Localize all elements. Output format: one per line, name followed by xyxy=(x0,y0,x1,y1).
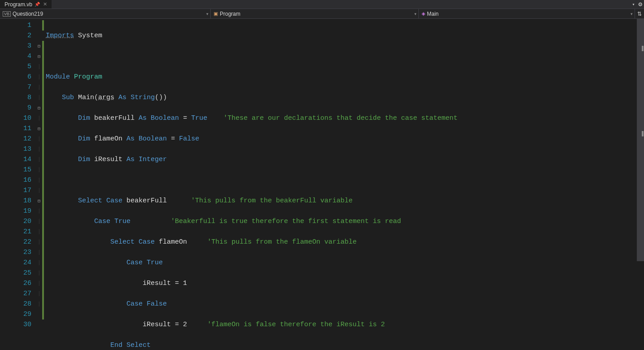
method-dropdown[interactable]: ◈ Main ▾ xyxy=(419,9,635,18)
code-line: Case True xyxy=(44,258,644,268)
tab-bar-right: ▾ ⚙ xyxy=(632,0,642,8)
line-number: 7 xyxy=(0,82,31,92)
line-number: 1 xyxy=(0,20,31,31)
code-line xyxy=(44,175,644,185)
line-number: 6 xyxy=(0,72,31,82)
fold-toggle[interactable]: ⊟ xyxy=(36,41,42,51)
code-line: Sub Main(args As String()) xyxy=(44,92,644,103)
code-line: Select Case beakerFull 'This pulls from … xyxy=(44,196,644,206)
line-number: 3 xyxy=(0,41,31,51)
split-editor-icon[interactable]: ⇅ xyxy=(635,9,644,18)
line-number: 16 xyxy=(0,175,31,185)
line-number: 30 xyxy=(0,319,31,330)
line-number: 25 xyxy=(0,268,31,278)
class-name: Program xyxy=(220,11,240,17)
method-icon: ◈ xyxy=(422,11,425,17)
line-number: 24 xyxy=(0,258,31,268)
code-line: Imports System xyxy=(44,31,644,41)
vb-badge-icon: VB xyxy=(3,11,11,17)
fold-toggle[interactable]: ⊟ xyxy=(36,196,42,206)
line-number-gutter: 1 2 3 4 5 6 7 8 9 10 11 12 13 14 15 16 1… xyxy=(0,19,36,350)
line-number: 26 xyxy=(0,278,31,289)
line-number: 9 xyxy=(0,103,31,113)
line-number: 22 xyxy=(0,237,31,247)
code-line: Case False xyxy=(44,299,644,309)
line-number: 29 xyxy=(0,309,31,319)
class-dropdown[interactable]: ▣ Program ▾ xyxy=(211,9,419,18)
chevron-down-icon: ▾ xyxy=(631,12,633,16)
line-number: 21 xyxy=(0,227,31,237)
line-number: 12 xyxy=(0,134,31,144)
line-number: 18 xyxy=(0,196,31,206)
line-number: 13 xyxy=(0,144,31,154)
project-dropdown[interactable]: VB Question219 ▾ xyxy=(0,9,211,18)
line-number: 4 xyxy=(0,51,31,61)
code-line: Dim iResult As Integer xyxy=(44,154,644,165)
fold-toggle[interactable]: ⊟ xyxy=(36,123,42,134)
scrollbar-thumb[interactable] xyxy=(637,19,644,261)
line-number: 8 xyxy=(0,92,31,103)
code-line: Case True 'Beakerfull is true therefore … xyxy=(44,216,644,227)
fold-gutter: ⊟ ⊟ │ │ │ │ ⊟ │ ⊟ │ │ │ │ │ │ ⊟ │ │ │ │ … xyxy=(36,19,42,350)
line-number: 15 xyxy=(0,165,31,175)
code-line: iResult = 2 'flameOn is false therefore … xyxy=(44,319,644,330)
fold-toggle[interactable]: ⊟ xyxy=(36,103,42,113)
code-line: End Select xyxy=(44,340,644,350)
chevron-down-icon: ▾ xyxy=(206,12,209,16)
code-content[interactable]: Imports System Module Program Sub Main(a… xyxy=(44,19,644,350)
code-line: Module Program xyxy=(44,72,644,82)
editor[interactable]: 1 2 3 4 5 6 7 8 9 10 11 12 13 14 15 16 1… xyxy=(0,19,644,350)
line-number: 5 xyxy=(0,61,31,72)
scroll-marker xyxy=(642,131,644,136)
line-number: 23 xyxy=(0,247,31,258)
code-line: iResult = 1 xyxy=(44,278,644,289)
file-tab[interactable]: Program.vb 📌 ✕ xyxy=(0,0,52,9)
code-line xyxy=(44,51,644,61)
vertical-scrollbar[interactable] xyxy=(637,19,644,350)
tab-filename: Program.vb xyxy=(4,1,32,8)
scroll-marker xyxy=(642,46,644,51)
close-icon[interactable]: ✕ xyxy=(43,1,47,7)
method-name: Main xyxy=(427,11,439,17)
line-number: 14 xyxy=(0,154,31,165)
dropdown-icon[interactable]: ▾ xyxy=(632,2,635,7)
line-number: 20 xyxy=(0,216,31,227)
code-line: Select Case flameOn 'This pulls from the… xyxy=(44,237,644,247)
class-icon: ▣ xyxy=(213,11,218,17)
gear-icon[interactable]: ⚙ xyxy=(639,0,642,8)
line-number: 11 xyxy=(0,123,31,134)
line-number: 27 xyxy=(0,289,31,299)
code-line: Dim flameOn As Boolean = False xyxy=(44,134,644,144)
line-number: 2 xyxy=(0,31,31,41)
line-number: 28 xyxy=(0,299,31,309)
tab-bar: Program.vb 📌 ✕ ▾ ⚙ xyxy=(0,0,644,9)
navigation-bar: VB Question219 ▾ ▣ Program ▾ ◈ Main ▾ ⇅ xyxy=(0,9,644,19)
chevron-down-icon: ▾ xyxy=(414,12,417,16)
project-name: Question219 xyxy=(13,11,43,17)
line-number: 10 xyxy=(0,113,31,123)
line-number: 19 xyxy=(0,206,31,216)
code-line: Dim beakerFull As Boolean = True 'These … xyxy=(44,113,644,123)
pin-icon[interactable]: 📌 xyxy=(35,2,40,7)
fold-toggle[interactable]: ⊟ xyxy=(36,51,42,61)
line-number: 17 xyxy=(0,185,31,196)
